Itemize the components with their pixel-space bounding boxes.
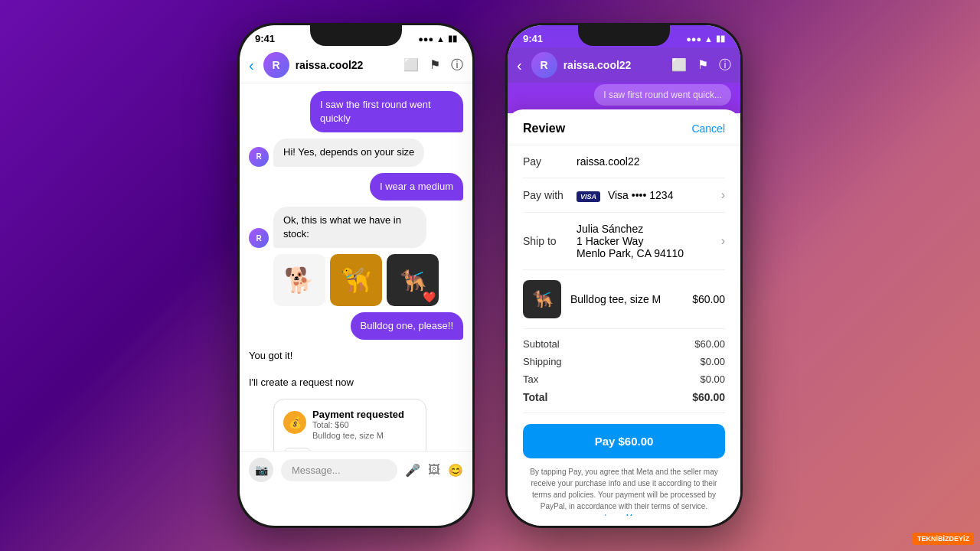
message-row-5: Bulldog one, please!!: [249, 312, 463, 340]
left-phone: 9:41 ●●● ▲ ▮▮ ‹ R raissa.cool22 ⬜ ⚑ ⓘ I …: [237, 23, 475, 528]
notch: [310, 23, 402, 46]
product-row: 🐕‍🦺 Bulldog tee, size M $60.00: [523, 270, 725, 329]
shipping-row: Shipping $0.00: [523, 353, 725, 370]
ship-to-value: Julia Sánchez 1 Hacker Way Menlo Park, C…: [577, 223, 721, 259]
status-icons-left: ●●● ▲ ▮▮: [418, 34, 457, 44]
bubble-received-2: Ok, this is what we have in stock:: [273, 207, 426, 248]
blurred-message: I saw first round went quick...: [594, 84, 731, 106]
modal-cancel-button[interactable]: Cancel: [691, 122, 725, 135]
battery-icon-right: ▮▮: [716, 34, 725, 44]
ship-to-row: Ship to Julia Sánchez 1 Hacker Way Menlo…: [523, 213, 725, 270]
tax-value: $0.00: [700, 373, 725, 385]
wifi-icon-right: ▲: [704, 34, 713, 44]
totals-section: Subtotal $60.00 Shipping $0.00 Tax $0.00…: [523, 329, 725, 413]
tax-row: Tax $0.00: [523, 370, 725, 388]
bubble-sent-1: I saw the first round went quickly: [310, 91, 463, 132]
flag-icon[interactable]: ⚑: [430, 57, 440, 73]
chat-header-left: ‹ R raissa.cool22 ⬜ ⚑ ⓘ: [240, 47, 472, 83]
payment-card: 💰 Payment requested Total: $60 Bulldog t…: [273, 399, 426, 451]
pay-with-arrow[interactable]: ›: [721, 188, 725, 202]
disclaimer-content: By tapping Pay, you agree that Meta and …: [530, 468, 718, 510]
chat-area-left: I saw the first round went quickly R Hi!…: [240, 83, 472, 451]
message-row-6: You got it!: [249, 346, 463, 366]
pay-with-label: Pay with: [523, 189, 577, 201]
pay-button-card[interactable]: Pay: [283, 448, 312, 451]
total-value: $60.00: [692, 391, 725, 403]
learn-more-link[interactable]: Learn More: [604, 514, 643, 516]
visa-badge: VISA: [577, 191, 600, 202]
pay-with-row: Pay with VISA Visa •••• 1234 ›: [523, 178, 725, 213]
tax-label: Tax: [523, 373, 538, 385]
payment-icon: 💰: [283, 411, 306, 434]
card-number: Visa •••• 1234: [608, 189, 674, 201]
payment-item: Bulldog tee, size M: [312, 431, 404, 440]
subtotal-label: Subtotal: [523, 338, 560, 350]
pay-now-button[interactable]: Pay $60.00: [523, 424, 725, 458]
sticker-icon[interactable]: 😊: [448, 463, 463, 478]
header-icons-right: ⬜ ⚑ ⓘ: [671, 57, 731, 73]
ship-address2: Menlo Park, CA 94110: [577, 247, 684, 259]
message-row-2: R Hi! Yes, depends on your size: [249, 139, 463, 166]
info-icon-right[interactable]: ⓘ: [719, 57, 731, 73]
dog-images-row: 🐕 🦮 🐕‍🦺 ❤️: [273, 254, 463, 306]
right-phone: 9:41 ●●● ▲ ▮▮ ‹ R raissa.cool22 ⬜ ⚑ ⓘ I: [505, 23, 743, 528]
bubble-received-3: You got it!: [249, 346, 292, 366]
review-modal: Review Cancel Pay raissa.cool22 Pay with…: [508, 109, 740, 526]
notch-right: [578, 23, 670, 46]
header-icons-left: ⬜ ⚑ ⓘ: [403, 57, 463, 73]
battery-icon: ▮▮: [448, 34, 457, 44]
pay-label: Pay: [523, 155, 577, 168]
modal-header: Review Cancel: [508, 109, 740, 145]
watermark: TEKNİBİZDEYİZ: [913, 533, 974, 545]
time-right: 9:41: [523, 33, 543, 44]
message-row-4: R Ok, this is what we have in stock:: [249, 207, 463, 248]
pay-to-row: Pay raissa.cool22: [523, 145, 725, 178]
message-row-7: I'll create a request now: [249, 373, 463, 393]
payment-title: Payment requested: [312, 409, 404, 420]
gallery-icon[interactable]: 🖼: [428, 463, 440, 478]
ship-name: Julia Sánchez: [577, 223, 643, 235]
bubble-received-1: Hi! Yes, depends on your size: [273, 139, 424, 166]
wifi-icon: ▲: [436, 34, 445, 44]
product-price: $60.00: [692, 293, 725, 305]
camera-button[interactable]: 📷: [249, 458, 273, 482]
avatar-left: R: [263, 52, 289, 78]
disclaimer-text: By tapping Pay, you agree that Meta and …: [523, 466, 725, 516]
pay-with-value: VISA Visa •••• 1234: [577, 189, 721, 201]
back-button-right[interactable]: ‹: [517, 57, 522, 74]
shipping-value: $0.00: [700, 356, 725, 367]
bubble-sent-3: Bulldog one, please!!: [351, 312, 463, 340]
contact-name-right: raissa.cool22: [564, 59, 665, 71]
back-button-left[interactable]: ‹: [249, 57, 254, 74]
avatar-right: R: [531, 52, 557, 78]
total-row-bold: Total $60.00: [523, 388, 725, 406]
avatar-received-1: R: [249, 147, 269, 167]
info-icon[interactable]: ⓘ: [451, 57, 463, 73]
dog-thumb-2[interactable]: 🦮: [330, 254, 382, 306]
video-icon-right[interactable]: ⬜: [671, 57, 687, 73]
chat-header-right: ‹ R raissa.cool22 ⬜ ⚑ ⓘ: [508, 47, 740, 83]
product-name: Bulldog tee, size M: [570, 293, 683, 305]
dog-thumb-3[interactable]: 🐕‍🦺 ❤️: [387, 254, 439, 306]
total-label: Total: [523, 391, 547, 403]
status-icons-right: ●●● ▲ ▮▮: [686, 34, 725, 44]
shipping-label: Shipping: [523, 356, 562, 367]
modal-body: Pay raissa.cool22 Pay with VISA Visa •••…: [508, 145, 740, 516]
avatar-received-2: R: [249, 228, 269, 248]
input-icons: 🎤 🖼 😊: [405, 463, 463, 478]
heart-badge: ❤️: [423, 291, 436, 303]
pay-to-value: raissa.cool22: [577, 155, 725, 168]
ship-address1: 1 Hacker Way: [577, 235, 643, 247]
message-input[interactable]: Message...: [281, 459, 397, 481]
product-thumbnail: 🐕‍🦺: [523, 280, 561, 318]
dog-thumb-1[interactable]: 🐕: [273, 254, 325, 306]
signal-icon: ●●●: [418, 34, 433, 44]
flag-icon-right[interactable]: ⚑: [697, 57, 708, 73]
ship-to-arrow[interactable]: ›: [721, 234, 725, 248]
bubble-received-4: I'll create a request now: [249, 373, 354, 393]
mic-icon[interactable]: 🎤: [405, 463, 420, 478]
message-row-1: I saw the first round went quickly: [249, 91, 463, 132]
time-left: 9:41: [255, 33, 275, 44]
modal-title: Review: [523, 122, 565, 135]
video-icon[interactable]: ⬜: [403, 57, 419, 73]
